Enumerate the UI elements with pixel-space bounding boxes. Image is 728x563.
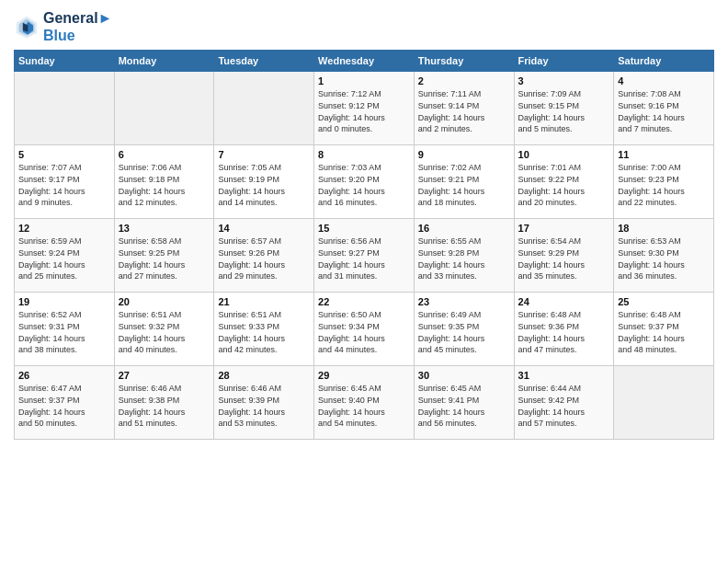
day-number: 14 bbox=[218, 223, 310, 234]
cell-sun-info: Sunrise: 7:00 AMSunset: 9:23 PMDaylight:… bbox=[618, 162, 710, 208]
calendar-cell: 15Sunrise: 6:56 AMSunset: 9:27 PMDayligh… bbox=[314, 219, 415, 293]
calendar-cell: 9Sunrise: 7:02 AMSunset: 9:21 PMDaylight… bbox=[414, 145, 514, 219]
calendar-cell: 6Sunrise: 7:06 AMSunset: 9:18 PMDaylight… bbox=[114, 145, 214, 219]
calendar-cell bbox=[214, 72, 314, 145]
cell-sun-info: Sunrise: 6:47 AMSunset: 9:37 PMDaylight:… bbox=[18, 383, 110, 429]
calendar-cell: 3Sunrise: 7:09 AMSunset: 9:15 PMDaylight… bbox=[514, 72, 614, 145]
day-number: 6 bbox=[119, 149, 210, 160]
cell-sun-info: Sunrise: 6:52 AMSunset: 9:31 PMDaylight:… bbox=[18, 309, 110, 355]
cell-sun-info: Sunrise: 6:55 AMSunset: 9:28 PMDaylight:… bbox=[418, 236, 510, 282]
calendar-cell: 25Sunrise: 6:48 AMSunset: 9:37 PMDayligh… bbox=[614, 293, 714, 366]
day-number: 18 bbox=[618, 223, 710, 234]
cell-sun-info: Sunrise: 7:11 AMSunset: 9:14 PMDaylight:… bbox=[418, 88, 510, 134]
calendar-cell: 11Sunrise: 7:00 AMSunset: 9:23 PMDayligh… bbox=[614, 145, 714, 219]
day-number: 11 bbox=[618, 149, 710, 160]
column-header-friday: Friday bbox=[514, 51, 614, 72]
calendar-cell: 22Sunrise: 6:50 AMSunset: 9:34 PMDayligh… bbox=[314, 293, 415, 366]
column-header-monday: Monday bbox=[114, 51, 214, 72]
calendar-cell: 24Sunrise: 6:48 AMSunset: 9:36 PMDayligh… bbox=[514, 293, 614, 366]
calendar-cell: 18Sunrise: 6:53 AMSunset: 9:30 PMDayligh… bbox=[614, 219, 714, 293]
calendar-cell: 27Sunrise: 6:46 AMSunset: 9:38 PMDayligh… bbox=[114, 366, 214, 440]
cell-sun-info: Sunrise: 6:46 AMSunset: 9:39 PMDaylight:… bbox=[218, 383, 310, 429]
cell-sun-info: Sunrise: 6:53 AMSunset: 9:30 PMDaylight:… bbox=[618, 236, 710, 282]
cell-sun-info: Sunrise: 7:08 AMSunset: 9:16 PMDaylight:… bbox=[618, 88, 710, 134]
cell-sun-info: Sunrise: 7:12 AMSunset: 9:12 PMDaylight:… bbox=[318, 88, 410, 134]
cell-sun-info: Sunrise: 6:49 AMSunset: 9:35 PMDaylight:… bbox=[418, 309, 510, 355]
cell-sun-info: Sunrise: 6:45 AMSunset: 9:40 PMDaylight:… bbox=[318, 383, 410, 429]
day-number: 19 bbox=[18, 296, 110, 307]
day-number: 2 bbox=[418, 75, 510, 86]
day-number: 26 bbox=[18, 370, 110, 381]
calendar-cell: 13Sunrise: 6:58 AMSunset: 9:25 PMDayligh… bbox=[114, 219, 214, 293]
day-number: 12 bbox=[18, 223, 110, 234]
calendar-cell: 29Sunrise: 6:45 AMSunset: 9:40 PMDayligh… bbox=[314, 366, 415, 440]
day-number: 9 bbox=[418, 149, 510, 160]
cell-sun-info: Sunrise: 6:44 AMSunset: 9:42 PMDaylight:… bbox=[518, 383, 610, 429]
day-number: 21 bbox=[218, 296, 310, 307]
day-number: 16 bbox=[418, 223, 510, 234]
cell-sun-info: Sunrise: 6:51 AMSunset: 9:32 PMDaylight:… bbox=[119, 309, 210, 355]
column-header-saturday: Saturday bbox=[614, 51, 714, 72]
cell-sun-info: Sunrise: 6:45 AMSunset: 9:41 PMDaylight:… bbox=[418, 383, 510, 429]
day-number: 5 bbox=[18, 149, 110, 160]
calendar-cell: 16Sunrise: 6:55 AMSunset: 9:28 PMDayligh… bbox=[414, 219, 514, 293]
calendar-table: SundayMondayTuesdayWednesdayThursdayFrid… bbox=[14, 50, 714, 440]
cell-sun-info: Sunrise: 6:58 AMSunset: 9:25 PMDaylight:… bbox=[119, 236, 210, 282]
day-number: 28 bbox=[218, 370, 310, 381]
calendar-cell: 4Sunrise: 7:08 AMSunset: 9:16 PMDaylight… bbox=[614, 72, 714, 145]
calendar-cell: 31Sunrise: 6:44 AMSunset: 9:42 PMDayligh… bbox=[514, 366, 614, 440]
day-number: 15 bbox=[318, 223, 410, 234]
logo: General► Blue bbox=[14, 9, 112, 44]
calendar-cell bbox=[15, 72, 115, 145]
calendar-cell: 28Sunrise: 6:46 AMSunset: 9:39 PMDayligh… bbox=[214, 366, 314, 440]
day-number: 31 bbox=[518, 370, 610, 381]
day-number: 27 bbox=[119, 370, 210, 381]
column-header-thursday: Thursday bbox=[414, 51, 514, 72]
day-number: 13 bbox=[119, 223, 210, 234]
cell-sun-info: Sunrise: 7:02 AMSunset: 9:21 PMDaylight:… bbox=[418, 162, 510, 208]
cell-sun-info: Sunrise: 7:01 AMSunset: 9:22 PMDaylight:… bbox=[518, 162, 610, 208]
cell-sun-info: Sunrise: 6:56 AMSunset: 9:27 PMDaylight:… bbox=[318, 236, 410, 282]
day-number: 22 bbox=[318, 296, 410, 307]
logo-icon bbox=[14, 14, 40, 40]
calendar-cell: 21Sunrise: 6:51 AMSunset: 9:33 PMDayligh… bbox=[214, 293, 314, 366]
cell-sun-info: Sunrise: 6:46 AMSunset: 9:38 PMDaylight:… bbox=[119, 383, 210, 429]
calendar-cell: 20Sunrise: 6:51 AMSunset: 9:32 PMDayligh… bbox=[114, 293, 214, 366]
cell-sun-info: Sunrise: 6:48 AMSunset: 9:36 PMDaylight:… bbox=[518, 309, 610, 355]
day-number: 24 bbox=[518, 296, 610, 307]
logo-text: General► Blue bbox=[43, 9, 112, 44]
cell-sun-info: Sunrise: 6:50 AMSunset: 9:34 PMDaylight:… bbox=[318, 309, 410, 355]
cell-sun-info: Sunrise: 7:09 AMSunset: 9:15 PMDaylight:… bbox=[518, 88, 610, 134]
calendar-cell bbox=[614, 366, 714, 440]
cell-sun-info: Sunrise: 6:57 AMSunset: 9:26 PMDaylight:… bbox=[218, 236, 310, 282]
page-header: General► Blue bbox=[14, 9, 714, 44]
calendar-cell: 7Sunrise: 7:05 AMSunset: 9:19 PMDaylight… bbox=[214, 145, 314, 219]
day-number: 3 bbox=[518, 75, 610, 86]
day-number: 25 bbox=[618, 296, 710, 307]
cell-sun-info: Sunrise: 7:05 AMSunset: 9:19 PMDaylight:… bbox=[218, 162, 310, 208]
cell-sun-info: Sunrise: 6:48 AMSunset: 9:37 PMDaylight:… bbox=[618, 309, 710, 355]
day-number: 23 bbox=[418, 296, 510, 307]
calendar-cell: 23Sunrise: 6:49 AMSunset: 9:35 PMDayligh… bbox=[414, 293, 514, 366]
cell-sun-info: Sunrise: 6:59 AMSunset: 9:24 PMDaylight:… bbox=[18, 236, 110, 282]
column-header-wednesday: Wednesday bbox=[314, 51, 415, 72]
column-header-tuesday: Tuesday bbox=[214, 51, 314, 72]
day-number: 1 bbox=[318, 75, 410, 86]
calendar-cell bbox=[114, 72, 214, 145]
cell-sun-info: Sunrise: 7:06 AMSunset: 9:18 PMDaylight:… bbox=[119, 162, 210, 208]
calendar-cell: 2Sunrise: 7:11 AMSunset: 9:14 PMDaylight… bbox=[414, 72, 514, 145]
calendar-cell: 14Sunrise: 6:57 AMSunset: 9:26 PMDayligh… bbox=[214, 219, 314, 293]
calendar-cell: 5Sunrise: 7:07 AMSunset: 9:17 PMDaylight… bbox=[15, 145, 115, 219]
calendar-cell: 19Sunrise: 6:52 AMSunset: 9:31 PMDayligh… bbox=[15, 293, 115, 366]
calendar-cell: 17Sunrise: 6:54 AMSunset: 9:29 PMDayligh… bbox=[514, 219, 614, 293]
day-number: 7 bbox=[218, 149, 310, 160]
day-number: 20 bbox=[119, 296, 210, 307]
calendar-cell: 1Sunrise: 7:12 AMSunset: 9:12 PMDaylight… bbox=[314, 72, 415, 145]
day-number: 8 bbox=[318, 149, 410, 160]
column-header-sunday: Sunday bbox=[15, 51, 115, 72]
calendar-cell: 10Sunrise: 7:01 AMSunset: 9:22 PMDayligh… bbox=[514, 145, 614, 219]
day-number: 29 bbox=[318, 370, 410, 381]
cell-sun-info: Sunrise: 6:51 AMSunset: 9:33 PMDaylight:… bbox=[218, 309, 310, 355]
cell-sun-info: Sunrise: 6:54 AMSunset: 9:29 PMDaylight:… bbox=[518, 236, 610, 282]
calendar-cell: 26Sunrise: 6:47 AMSunset: 9:37 PMDayligh… bbox=[15, 366, 115, 440]
